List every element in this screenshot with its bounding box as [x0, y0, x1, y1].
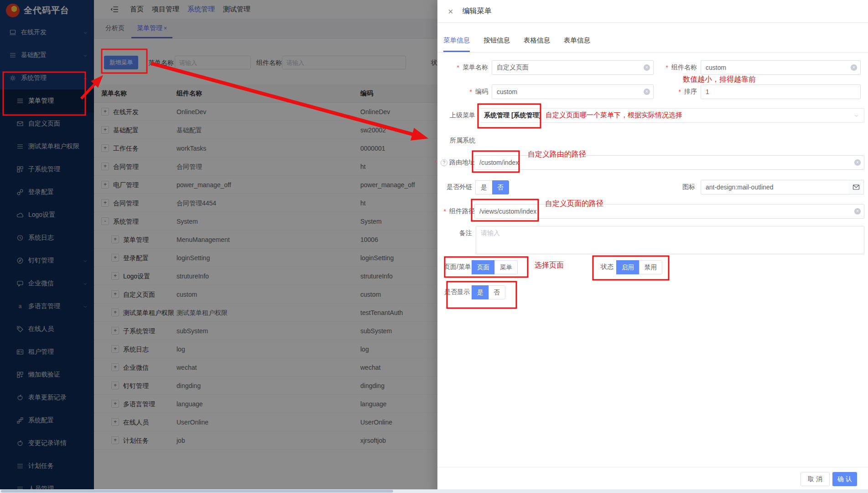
toggle-option[interactable]: 启用: [616, 260, 639, 274]
external-link-label: 是否外链: [437, 180, 472, 194]
mail-icon: [852, 184, 860, 191]
status-label: 状态: [568, 260, 613, 274]
code-label: 编码: [437, 85, 488, 99]
clear-icon[interactable]: ×: [854, 208, 861, 215]
component-name-input[interactable]: [701, 60, 861, 75]
edit-menu-drawer: × 编辑菜单 菜单信息按钮信息表格信息表单信息 菜单名称 × 组件名称 × 编码…: [437, 0, 868, 493]
menu-name-field: ×: [492, 60, 654, 75]
component-name-label: 组件名称: [656, 61, 697, 74]
drawer-tab[interactable]: 表单信息: [564, 36, 590, 52]
status-toggle: 启用禁用: [617, 260, 662, 274]
code-input[interactable]: [492, 84, 654, 99]
component-name-field: ×: [701, 60, 861, 75]
drawer-tab[interactable]: 按钮信息: [483, 36, 510, 52]
route-field: ×: [474, 155, 864, 170]
component-path-label: 组件路径: [437, 205, 475, 218]
drawer-header: × 编辑菜单: [437, 0, 868, 23]
toggle-option[interactable]: 是: [475, 180, 493, 194]
sort-label: 排序: [656, 85, 697, 99]
route-input[interactable]: [474, 155, 864, 170]
system-label: 所属系统: [437, 134, 475, 147]
sort-field: [701, 84, 861, 99]
icon-field-label: 图标: [654, 180, 695, 194]
close-icon[interactable]: ×: [448, 7, 453, 16]
code-field: ×: [492, 84, 654, 99]
horizontal-scrollbar[interactable]: [0, 489, 868, 493]
drawer-mask[interactable]: [0, 0, 437, 493]
page-menu-label: 页面/菜单: [437, 260, 471, 274]
component-path-field: ×: [474, 204, 864, 219]
remark-label: 备注: [437, 226, 472, 240]
drawer-tab[interactable]: 表格信息: [524, 36, 550, 52]
sort-input[interactable]: [701, 84, 861, 99]
confirm-button[interactable]: 确 认: [832, 472, 857, 486]
route-label: ? 路由地址: [437, 156, 475, 169]
external-link-toggle: 是否: [476, 180, 509, 194]
icon-input[interactable]: [701, 180, 849, 194]
remark-field: [476, 226, 864, 254]
toggle-option[interactable]: 菜单: [494, 260, 518, 274]
clear-icon[interactable]: ×: [851, 64, 857, 71]
toggle-option[interactable]: 否: [489, 285, 506, 299]
parent-menu-label: 上级菜单: [437, 109, 475, 122]
menu-name-input[interactable]: [492, 60, 654, 75]
toggle-option[interactable]: 禁用: [639, 260, 662, 274]
clear-icon[interactable]: ×: [644, 64, 650, 71]
drawer-tab[interactable]: 菜单信息: [443, 36, 470, 52]
remark-textarea[interactable]: [476, 226, 864, 254]
visible-toggle: 是否: [472, 285, 505, 299]
chevron-down-icon: [853, 113, 859, 119]
drawer-tabs: 菜单信息按钮信息表格信息表单信息: [437, 23, 868, 52]
visible-label: 是否显示: [437, 285, 470, 299]
icon-picker-button[interactable]: [849, 180, 864, 194]
scrollbar-thumb[interactable]: [1, 490, 393, 493]
component-path-input[interactable]: [474, 204, 864, 219]
clear-icon[interactable]: ×: [854, 159, 861, 166]
question-circle-icon: ?: [441, 159, 447, 166]
icon-field: [701, 180, 849, 194]
drawer-title: 编辑菜单: [463, 6, 492, 16]
toggle-option[interactable]: 是: [472, 285, 489, 299]
parent-menu-value: 系统管理 [系统管理]: [484, 111, 541, 120]
menu-name-label: 菜单名称: [437, 61, 488, 74]
parent-menu-select[interactable]: 系统管理 [系统管理]: [479, 108, 864, 123]
page-menu-toggle: 页面菜单: [472, 260, 518, 274]
cancel-button[interactable]: 取 消: [800, 472, 830, 486]
toggle-option[interactable]: 页面: [472, 260, 495, 274]
toggle-option[interactable]: 否: [492, 180, 509, 194]
clear-icon[interactable]: ×: [644, 89, 650, 95]
